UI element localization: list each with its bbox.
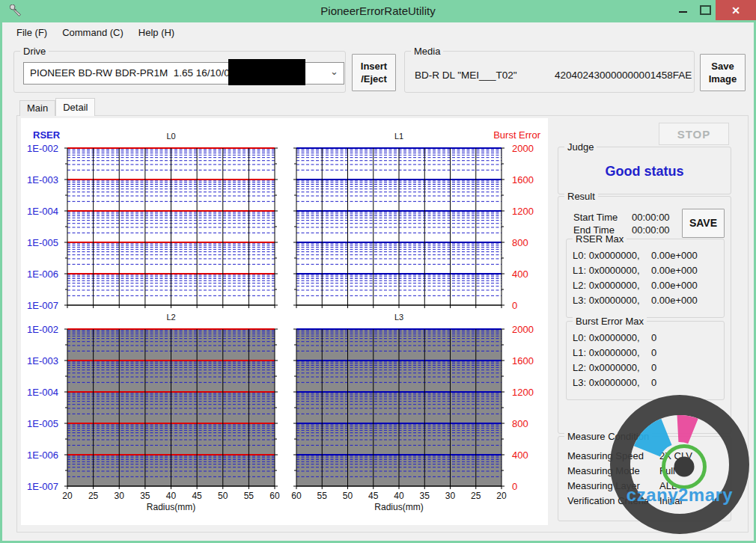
x-tick-label: 45 [368, 491, 379, 501]
row-value: Initial [659, 495, 682, 506]
burst-tick-label: 400 [512, 269, 528, 280]
insert-eject-label-1: Insert [361, 60, 387, 73]
row-label: L3: 0x0000000, [573, 295, 640, 306]
drive-combobox-value: PIONEER BD-RW BDR-PR1M 1.65 16/10/05 [30, 63, 235, 84]
chart-title-L0: L0 [166, 132, 175, 141]
x-tick-label: 25 [471, 491, 481, 501]
row-value: ALL [659, 480, 677, 491]
row-label: Measuring Speed [567, 450, 644, 461]
rser-max-label: RSER Max [573, 233, 627, 245]
save-image-button[interactable]: Save Image [700, 54, 746, 91]
burst-tick-label: 0 [512, 481, 517, 492]
x-tick-label: 30 [115, 491, 125, 501]
rser-max-rows: L0: 0x0000000,0.00e+000L1: 0x0000000,0.0… [573, 250, 719, 310]
data-row: L0: 0x0000000,0 [573, 332, 719, 347]
row-label: Measuring Layer [567, 480, 640, 491]
row-value: 00:00:00 [632, 212, 670, 223]
row-value: 0.00e+000 [651, 250, 698, 261]
x-tick-label: 20 [496, 491, 507, 501]
measure-condition-label: Measure Condition [564, 431, 652, 442]
row-value: 0.00e+000 [651, 280, 698, 291]
chart-title-L3: L3 [394, 313, 403, 322]
burst-tick-label: 1600 [512, 355, 534, 366]
burst-tick-label: 1600 [512, 174, 534, 185]
menu-item[interactable]: Help (H) [138, 22, 174, 43]
burst-tick-label: 0 [512, 300, 517, 311]
x-tick-label: 50 [343, 491, 353, 501]
burst-axis-title: Burst Error [493, 129, 541, 141]
window-title: PioneerErrorRateUtility [0, 0, 756, 22]
x-tick-label: 35 [420, 491, 430, 501]
error-rate-charts: L0L1202530354045505560L2Radius(mm)605550… [21, 118, 548, 525]
media-serial: 420402430000000001458FAE [555, 70, 692, 81]
app-window: PioneerErrorRateUtility ✕ File (F)Comman… [0, 0, 756, 543]
rser-tick-label: 1E-004 [27, 206, 58, 217]
x-tick-label: 40 [394, 491, 404, 501]
row-value: 0.00e+000 [651, 265, 698, 276]
rser-tick-label: 1E-003 [27, 355, 58, 366]
data-row: L2: 0x0000000,0 [573, 362, 719, 377]
media-group-label: Media [411, 46, 443, 57]
rser-tick-label: 1E-006 [27, 269, 58, 280]
result-group: Result Start Time00:00:00End Time00:00:0… [558, 196, 731, 434]
chart-area: L0L1202530354045505560L2Radius(mm)605550… [21, 118, 548, 525]
tab-detail[interactable]: Detail [55, 98, 95, 116]
x-tick-label: 20 [62, 491, 73, 501]
row-label: L2: 0x0000000, [573, 280, 640, 291]
x-tick-label: 45 [192, 491, 202, 501]
rser-max-group: RSER Max L0: 0x0000000,0.00e+000L1: 0x00… [566, 239, 725, 318]
rser-tick-label: 1E-005 [27, 237, 58, 248]
maximize-button[interactable] [695, 0, 716, 20]
row-label: Measuring Mode [567, 465, 640, 476]
minimize-button[interactable] [672, 0, 693, 20]
judge-status: Good status [558, 164, 731, 180]
rser-tick-label: 1E-007 [27, 481, 58, 492]
burst-tick-label: 2000 [512, 324, 534, 335]
row-value: Full [659, 465, 675, 476]
burst-max-rows: L0: 0x0000000,0L1: 0x0000000,0L2: 0x0000… [573, 332, 719, 392]
x-tick-label: 55 [244, 491, 254, 501]
rser-tick-label: 1E-002 [27, 324, 58, 335]
chart-title-L1: L1 [394, 132, 403, 141]
measure-condition-group: Measure Condition Measuring Speed2X CLVM… [558, 436, 731, 521]
menu-item[interactable]: File (F) [16, 22, 47, 43]
title-bar: PioneerErrorRateUtility ✕ [0, 0, 756, 22]
data-row: Measuring LayerALL [567, 480, 725, 495]
judge-group: Judge Good status [558, 147, 731, 194]
row-label: L0: 0x0000000, [573, 332, 640, 343]
stop-button[interactable]: STOP [659, 123, 729, 145]
menu-item[interactable]: Command (C) [62, 22, 124, 43]
data-row: Start Time00:00:00 [573, 212, 686, 224]
minimize-icon [679, 11, 687, 13]
data-row: L1: 0x0000000,0.00e+000 [573, 265, 719, 280]
row-label: L0: 0x0000000, [573, 250, 640, 261]
tab-main[interactable]: Main [19, 100, 55, 116]
result-group-label: Result [564, 191, 598, 202]
rser-tick-label: 1E-002 [27, 143, 58, 154]
close-button[interactable]: ✕ [716, 0, 756, 20]
x-tick-label: 60 [269, 491, 280, 501]
insert-eject-button[interactable]: Insert /Eject [352, 54, 396, 91]
redaction-box [228, 59, 305, 85]
data-row: L2: 0x0000000,0.00e+000 [573, 280, 719, 295]
data-row: L3: 0x0000000,0.00e+000 [573, 295, 719, 310]
data-row: Measuring Speed2X CLV [567, 450, 725, 465]
x-axis-label: Radius(mm) [374, 502, 423, 512]
data-row: Verification CriteriaInitial [567, 495, 725, 510]
row-label: Verification Criteria [567, 495, 649, 506]
save-button[interactable]: SAVE [682, 209, 725, 238]
window-border-left [0, 22, 2, 543]
save-image-label-2: Image [709, 73, 737, 85]
x-tick-label: 55 [317, 491, 328, 501]
row-value: 2X CLV [659, 450, 692, 461]
tab-strip: MainDetail [19, 98, 95, 116]
x-tick-label: 30 [445, 491, 456, 501]
media-group: Media BD-R DL "MEI___T02" 42040243000000… [404, 51, 695, 93]
data-row: L1: 0x0000000,0 [573, 347, 719, 362]
x-axis-label: Radius(mm) [147, 502, 195, 512]
row-label: L1: 0x0000000, [573, 347, 640, 358]
row-value: 00:00:00 [632, 224, 670, 236]
data-row: Measuring ModeFull [567, 465, 725, 480]
x-tick-label: 40 [166, 491, 177, 501]
burst-tick-label: 400 [512, 450, 528, 461]
